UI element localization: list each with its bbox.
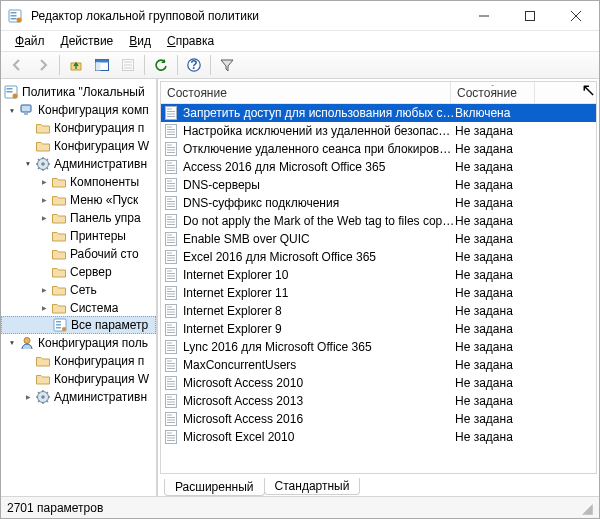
svg-rect-114	[167, 402, 175, 403]
folder-icon	[51, 264, 67, 280]
row-state: Не задана	[455, 142, 533, 156]
list-row[interactable]: Запретить доступ для использования любых…	[161, 104, 596, 122]
svg-rect-20	[24, 113, 28, 115]
list-body[interactable]: Запретить доступ для использования любых…	[161, 104, 596, 473]
chevron-right-icon[interactable]	[37, 196, 51, 205]
nav-back-button[interactable]	[5, 53, 29, 77]
chevron-right-icon[interactable]	[37, 286, 51, 295]
folder-icon	[51, 174, 67, 190]
column-name[interactable]: Состояние	[161, 82, 451, 103]
svg-rect-56	[166, 197, 177, 210]
svg-rect-106	[166, 377, 177, 390]
row-state: Не задана	[455, 160, 533, 174]
tab-standard[interactable]: Стандартный	[264, 478, 361, 495]
folder-icon	[51, 210, 67, 226]
svg-rect-96	[166, 341, 177, 354]
svg-rect-51	[166, 179, 177, 192]
tree-node-admin_tpl_c[interactable]: Административн	[1, 155, 156, 173]
tree-node-components[interactable]: Компоненты	[1, 173, 156, 191]
svg-rect-85	[167, 296, 175, 297]
chevron-right-icon[interactable]	[37, 214, 51, 223]
row-name: Microsoft Excel 2010	[183, 430, 455, 444]
folder-icon	[35, 389, 51, 405]
chevron-down-icon[interactable]	[21, 160, 35, 169]
list-row[interactable]: Internet Explorer 9Не задана	[161, 320, 596, 338]
list-row[interactable]: DNS-суффикс подключенияНе задана	[161, 194, 596, 212]
tree-node-server[interactable]: Сервер	[1, 263, 156, 281]
svg-rect-94	[167, 330, 175, 331]
svg-rect-123	[167, 435, 175, 436]
list-row[interactable]: DNS-серверыНе задана	[161, 176, 596, 194]
menu-help[interactable]: Справка	[159, 33, 222, 49]
tree-node-admin_tpl_u[interactable]: Административн	[1, 388, 156, 406]
row-state: Не задана	[455, 250, 533, 264]
help-button[interactable]: ?	[182, 53, 206, 77]
nav-tree[interactable]: Политика "Локальный Конфигурация комп Ко…	[1, 79, 158, 496]
chevron-right-icon[interactable]	[21, 393, 35, 402]
tree-cfg-computer[interactable]: Конфигурация комп	[1, 101, 156, 119]
list-row[interactable]: Microsoft Excel 2010Не задана	[161, 428, 596, 446]
list-row[interactable]: Microsoft Access 2010Не задана	[161, 374, 596, 392]
tree-node-cfg_soft_c[interactable]: Конфигурация п	[1, 119, 156, 137]
svg-rect-19	[21, 105, 31, 112]
tree-root[interactable]: Политика "Локальный	[1, 83, 156, 101]
list-row[interactable]: Excel 2016 для Microsoft Office 365Не за…	[161, 248, 596, 266]
export-list-button[interactable]	[116, 53, 140, 77]
list-row[interactable]: Internet Explorer 8Не задана	[161, 302, 596, 320]
chevron-right-icon[interactable]	[37, 178, 51, 187]
menu-view[interactable]: Вид	[121, 33, 159, 49]
status-bar: 2701 параметров ◢	[1, 496, 599, 518]
row-state: Включена	[455, 106, 533, 120]
list-row[interactable]: Enable SMB over QUICНе задана	[161, 230, 596, 248]
row-name: Запретить доступ для использования любых…	[183, 106, 455, 120]
list-row[interactable]: Internet Explorer 10Не задана	[161, 266, 596, 284]
list-row[interactable]: Lync 2016 для Microsoft Office 365Не зад…	[161, 338, 596, 356]
folder-icon	[35, 138, 51, 154]
row-state: Не задана	[455, 358, 533, 372]
svg-rect-36	[166, 125, 177, 138]
list-row[interactable]: Internet Explorer 11Не задана	[161, 284, 596, 302]
list-row[interactable]: Access 2016 для Microsoft Office 365Не з…	[161, 158, 596, 176]
maximize-button[interactable]	[507, 1, 553, 31]
list-row[interactable]: Отключение удаленного сеанса при блокиро…	[161, 140, 596, 158]
tab-extended[interactable]: Расширенный	[164, 479, 265, 496]
chevron-down-icon[interactable]	[5, 339, 19, 348]
chevron-down-icon[interactable]	[5, 106, 19, 115]
list-row[interactable]: Настройка исключений из удаленной безопа…	[161, 122, 596, 140]
row-name: Internet Explorer 9	[183, 322, 455, 336]
tree-node-cfg_soft_u[interactable]: Конфигурация п	[1, 352, 156, 370]
tree-node-start_menu[interactable]: Меню «Пуск	[1, 191, 156, 209]
menu-file[interactable]: Файл	[7, 33, 53, 49]
refresh-button[interactable]	[149, 53, 173, 77]
tree-node-cfg_win_u[interactable]: Конфигурация W	[1, 370, 156, 388]
list-row[interactable]: Microsoft Access 2016Не задана	[161, 410, 596, 428]
svg-rect-98	[167, 345, 175, 346]
svg-rect-110	[167, 386, 175, 387]
list-row[interactable]: Do not apply the Mark of the Web tag to …	[161, 212, 596, 230]
list-row[interactable]: Microsoft Access 2013Не задана	[161, 392, 596, 410]
nav-forward-button[interactable]	[31, 53, 55, 77]
chevron-right-icon[interactable]	[37, 304, 51, 313]
close-button[interactable]	[553, 1, 599, 31]
svg-rect-79	[167, 276, 175, 277]
tree-node-system[interactable]: Система	[1, 299, 156, 317]
tree-node-desktop[interactable]: Рабочий сто	[1, 245, 156, 263]
tree-cfg-user[interactable]: Конфигурация поль	[1, 334, 156, 352]
tree-node-printers[interactable]: Принтеры	[1, 227, 156, 245]
tree-node-all_params[interactable]: Все параметр	[1, 316, 156, 334]
svg-rect-50	[167, 170, 175, 171]
svg-rect-80	[167, 278, 175, 279]
tree-node-network[interactable]: Сеть	[1, 281, 156, 299]
menu-action[interactable]: Действие	[53, 33, 122, 49]
svg-rect-104	[167, 366, 175, 367]
resize-grip-icon[interactable]: ◢	[582, 500, 593, 516]
list-row[interactable]: MaxConcurrentUsersНе задана	[161, 356, 596, 374]
show-hide-tree-button[interactable]	[90, 53, 114, 77]
tree-node-ctrl_panel[interactable]: Панель упра	[1, 209, 156, 227]
tree-node-cfg_win_c[interactable]: Конфигурация W	[1, 137, 156, 155]
up-level-button[interactable]	[64, 53, 88, 77]
policy-icon	[163, 249, 179, 265]
filter-button[interactable]	[215, 53, 239, 77]
minimize-button[interactable]	[461, 1, 507, 31]
column-state[interactable]: ˆСостояние	[451, 82, 535, 103]
